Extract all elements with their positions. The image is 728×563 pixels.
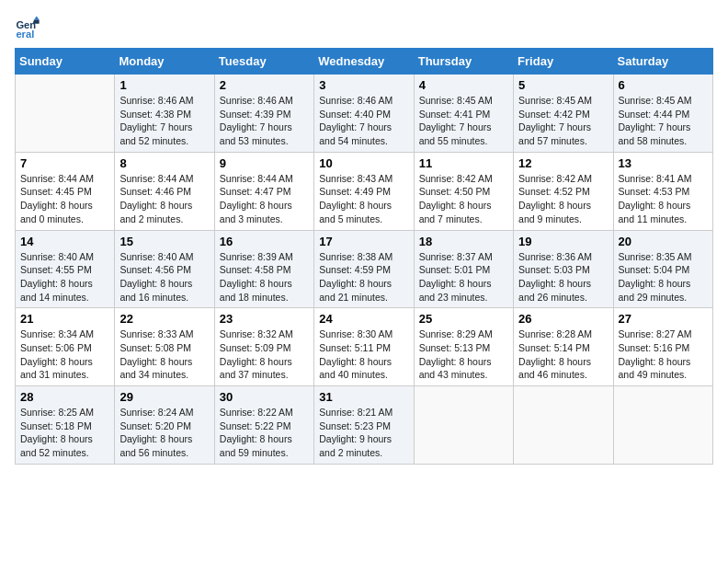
day-number: 28: [20, 390, 109, 404]
week-row-4: 21Sunrise: 8:34 AM Sunset: 5:06 PM Dayli…: [16, 308, 713, 386]
calendar-cell: 4Sunrise: 8:45 AM Sunset: 4:41 PM Daylig…: [414, 75, 513, 153]
day-number: 23: [220, 312, 309, 326]
calendar-body: 1Sunrise: 8:46 AM Sunset: 4:38 PM Daylig…: [16, 75, 713, 465]
day-detail: Sunrise: 8:40 AM Sunset: 4:56 PM Dayligh…: [119, 250, 209, 304]
day-number: 8: [119, 156, 209, 170]
day-number: 22: [119, 312, 209, 326]
day-detail: Sunrise: 8:39 AM Sunset: 4:58 PM Dayligh…: [220, 250, 309, 304]
calendar-header-row: SundayMondayTuesdayWednesdayThursdayFrid…: [16, 49, 713, 75]
calendar-cell: 16Sunrise: 8:39 AM Sunset: 4:58 PM Dayli…: [214, 230, 313, 308]
day-header-thursday: Thursday: [414, 49, 513, 75]
day-header-saturday: Saturday: [613, 49, 712, 75]
day-detail: Sunrise: 8:41 AM Sunset: 4:53 PM Dayligh…: [619, 172, 708, 226]
header: Gen eral: [15, 15, 713, 40]
day-detail: Sunrise: 8:44 AM Sunset: 4:46 PM Dayligh…: [119, 172, 209, 226]
day-number: 20: [619, 235, 708, 248]
day-detail: Sunrise: 8:46 AM Sunset: 4:40 PM Dayligh…: [319, 94, 408, 148]
day-detail: Sunrise: 8:22 AM Sunset: 5:22 PM Dayligh…: [220, 406, 309, 460]
calendar-cell: 19Sunrise: 8:36 AM Sunset: 5:03 PM Dayli…: [514, 230, 613, 308]
day-detail: Sunrise: 8:44 AM Sunset: 4:45 PM Dayligh…: [20, 172, 109, 226]
day-detail: Sunrise: 8:30 AM Sunset: 5:11 PM Dayligh…: [319, 327, 408, 382]
day-detail: Sunrise: 8:34 AM Sunset: 5:06 PM Dayligh…: [20, 327, 109, 382]
day-number: 11: [419, 156, 508, 170]
day-detail: Sunrise: 8:38 AM Sunset: 4:59 PM Dayligh…: [319, 250, 408, 304]
day-number: 21: [20, 312, 109, 326]
calendar-cell: 15Sunrise: 8:40 AM Sunset: 4:56 PM Dayli…: [115, 230, 214, 308]
day-detail: Sunrise: 8:25 AM Sunset: 5:18 PM Dayligh…: [20, 406, 109, 460]
calendar-cell: 27Sunrise: 8:27 AM Sunset: 5:16 PM Dayli…: [613, 308, 712, 386]
calendar-cell: 18Sunrise: 8:37 AM Sunset: 5:01 PM Dayli…: [414, 230, 513, 308]
calendar-cell: 17Sunrise: 8:38 AM Sunset: 4:59 PM Dayli…: [314, 230, 414, 308]
logo-icon: Gen eral: [15, 15, 40, 40]
week-row-5: 28Sunrise: 8:25 AM Sunset: 5:18 PM Dayli…: [16, 386, 713, 465]
calendar-cell: 12Sunrise: 8:42 AM Sunset: 4:52 PM Dayli…: [514, 152, 613, 230]
day-number: 17: [319, 235, 408, 248]
day-number: 19: [518, 235, 608, 248]
calendar-cell: 11Sunrise: 8:42 AM Sunset: 4:50 PM Dayli…: [414, 152, 513, 230]
day-detail: Sunrise: 8:46 AM Sunset: 4:38 PM Dayligh…: [119, 94, 209, 148]
day-detail: Sunrise: 8:36 AM Sunset: 5:03 PM Dayligh…: [518, 250, 608, 304]
day-number: 10: [319, 156, 408, 170]
day-number: 6: [619, 78, 708, 92]
day-detail: Sunrise: 8:45 AM Sunset: 4:41 PM Dayligh…: [419, 94, 508, 148]
calendar-cell: [514, 386, 613, 465]
week-row-3: 14Sunrise: 8:40 AM Sunset: 4:55 PM Dayli…: [16, 230, 713, 308]
svg-text:eral: eral: [16, 29, 34, 40]
day-number: 13: [619, 156, 708, 170]
day-number: 5: [518, 78, 608, 92]
svg-marker-2: [34, 16, 40, 19]
calendar-cell: 3Sunrise: 8:46 AM Sunset: 4:40 PM Daylig…: [314, 75, 414, 153]
day-detail: Sunrise: 8:43 AM Sunset: 4:49 PM Dayligh…: [319, 172, 408, 226]
day-detail: Sunrise: 8:35 AM Sunset: 5:04 PM Dayligh…: [619, 250, 708, 304]
calendar-cell: 30Sunrise: 8:22 AM Sunset: 5:22 PM Dayli…: [214, 386, 313, 465]
day-number: 27: [619, 312, 708, 326]
day-number: 2: [220, 78, 309, 92]
day-number: 3: [319, 78, 408, 92]
day-number: 24: [319, 312, 408, 326]
day-header-wednesday: Wednesday: [314, 49, 414, 75]
day-detail: Sunrise: 8:45 AM Sunset: 4:42 PM Dayligh…: [518, 94, 608, 148]
week-row-2: 7Sunrise: 8:44 AM Sunset: 4:45 PM Daylig…: [16, 152, 713, 230]
calendar-cell: 28Sunrise: 8:25 AM Sunset: 5:18 PM Dayli…: [16, 386, 115, 465]
day-number: 25: [419, 312, 508, 326]
day-detail: Sunrise: 8:46 AM Sunset: 4:39 PM Dayligh…: [220, 94, 309, 148]
calendar-cell: 21Sunrise: 8:34 AM Sunset: 5:06 PM Dayli…: [16, 308, 115, 386]
day-number: 26: [518, 312, 608, 326]
day-number: 1: [119, 78, 209, 92]
day-number: 9: [220, 156, 309, 170]
calendar-cell: 24Sunrise: 8:30 AM Sunset: 5:11 PM Dayli…: [314, 308, 414, 386]
day-number: 4: [419, 78, 508, 92]
day-number: 30: [220, 390, 309, 404]
day-detail: Sunrise: 8:44 AM Sunset: 4:47 PM Dayligh…: [220, 172, 309, 226]
day-header-monday: Monday: [115, 49, 214, 75]
calendar-cell: [613, 386, 712, 465]
logo: Gen eral: [15, 15, 44, 40]
calendar-cell: [414, 386, 513, 465]
day-detail: Sunrise: 8:33 AM Sunset: 5:08 PM Dayligh…: [119, 327, 209, 382]
day-number: 12: [518, 156, 608, 170]
day-detail: Sunrise: 8:21 AM Sunset: 5:23 PM Dayligh…: [319, 406, 408, 460]
day-detail: Sunrise: 8:24 AM Sunset: 5:20 PM Dayligh…: [119, 406, 209, 460]
calendar-cell: 13Sunrise: 8:41 AM Sunset: 4:53 PM Dayli…: [613, 152, 712, 230]
calendar-cell: 9Sunrise: 8:44 AM Sunset: 4:47 PM Daylig…: [214, 152, 313, 230]
day-detail: Sunrise: 8:37 AM Sunset: 5:01 PM Dayligh…: [419, 250, 508, 304]
day-number: 18: [419, 235, 508, 248]
day-detail: Sunrise: 8:45 AM Sunset: 4:44 PM Dayligh…: [619, 94, 708, 148]
calendar-cell: 31Sunrise: 8:21 AM Sunset: 5:23 PM Dayli…: [314, 386, 414, 465]
calendar-cell: 22Sunrise: 8:33 AM Sunset: 5:08 PM Dayli…: [115, 308, 214, 386]
calendar-cell: 25Sunrise: 8:29 AM Sunset: 5:13 PM Dayli…: [414, 308, 513, 386]
calendar-cell: 10Sunrise: 8:43 AM Sunset: 4:49 PM Dayli…: [314, 152, 414, 230]
calendar-cell: 5Sunrise: 8:45 AM Sunset: 4:42 PM Daylig…: [514, 75, 613, 153]
calendar-cell: 6Sunrise: 8:45 AM Sunset: 4:44 PM Daylig…: [613, 75, 712, 153]
calendar-cell: [16, 75, 115, 153]
day-number: 14: [20, 235, 109, 248]
day-number: 31: [319, 390, 408, 404]
day-detail: Sunrise: 8:40 AM Sunset: 4:55 PM Dayligh…: [20, 250, 109, 304]
day-detail: Sunrise: 8:29 AM Sunset: 5:13 PM Dayligh…: [419, 327, 508, 382]
day-detail: Sunrise: 8:42 AM Sunset: 4:50 PM Dayligh…: [419, 172, 508, 226]
day-number: 7: [20, 156, 109, 170]
day-detail: Sunrise: 8:42 AM Sunset: 4:52 PM Dayligh…: [518, 172, 608, 226]
calendar-table: SundayMondayTuesdayWednesdayThursdayFrid…: [15, 48, 713, 465]
day-header-sunday: Sunday: [16, 49, 115, 75]
calendar-cell: 2Sunrise: 8:46 AM Sunset: 4:39 PM Daylig…: [214, 75, 313, 153]
